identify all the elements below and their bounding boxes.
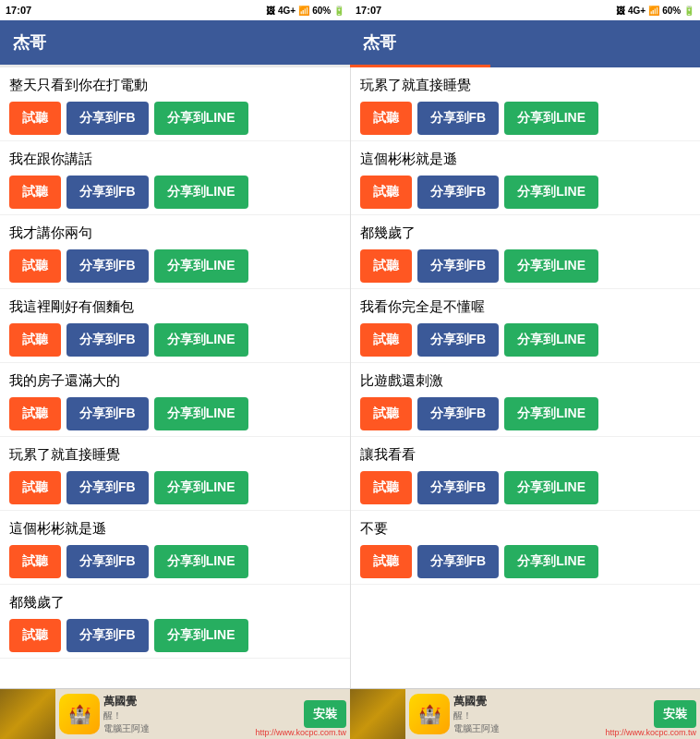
camera-icon-r: 🖼	[616, 6, 625, 16]
share-line-button[interactable]: 分享到LINE	[154, 323, 248, 357]
listen-button[interactable]: 試聽	[9, 102, 61, 135]
listen-button[interactable]: 試聽	[360, 323, 412, 357]
listen-button[interactable]: 試聽	[9, 619, 61, 652]
ad-install-left[interactable]: 安裝	[304, 700, 346, 728]
share-line-button[interactable]: 分享到LINE	[504, 471, 598, 504]
right-song-item: 比遊戲還刺激 試聽 分享到FB 分享到LINE	[351, 363, 701, 437]
song-title: 比遊戲還刺激	[360, 372, 692, 390]
ad-sub-right: 醒！	[453, 709, 650, 722]
signal-icon: 4G+	[278, 6, 296, 16]
song-title: 我才講你兩句	[9, 224, 341, 242]
song-buttons: 試聽 分享到FB 分享到LINE	[360, 323, 692, 357]
ad-image-left	[0, 689, 55, 740]
share-fb-button[interactable]: 分享到FB	[66, 397, 149, 430]
listen-button[interactable]: 試聽	[360, 249, 412, 283]
share-fb-button[interactable]: 分享到FB	[417, 249, 500, 283]
listen-button[interactable]: 試聽	[360, 176, 412, 209]
left-panel: 整天只看到你在打電動 試聽 分享到FB 分享到LINE 我在跟你講話 試聽 分享…	[0, 67, 351, 688]
song-buttons: 試聽 分享到FB 分享到LINE	[360, 545, 692, 578]
share-fb-button[interactable]: 分享到FB	[417, 176, 500, 209]
ad-sub-left: 醒！	[103, 709, 300, 722]
share-fb-button[interactable]: 分享到FB	[417, 397, 500, 430]
share-line-button[interactable]: 分享到LINE	[154, 249, 248, 283]
status-bar: 17:07 🖼 4G+ 📶 60% 🔋 17:07 🖼 4G+ 📶 60% 🔋	[0, 0, 700, 20]
song-buttons: 試聽 分享到FB 分享到LINE	[9, 397, 341, 430]
share-fb-button[interactable]: 分享到FB	[417, 471, 500, 504]
song-title: 讓我看看	[360, 446, 692, 464]
song-title: 我在跟你講話	[9, 151, 341, 168]
battery-right: 60% 🔋	[662, 6, 694, 16]
share-fb-button[interactable]: 分享到FB	[66, 249, 149, 283]
ad-title-left: 萬國覺	[103, 694, 300, 709]
signal-icon-r: 4G+	[628, 6, 646, 16]
share-fb-button[interactable]: 分享到FB	[417, 102, 500, 135]
listen-button[interactable]: 試聽	[360, 545, 412, 578]
listen-button[interactable]: 試聽	[360, 471, 412, 504]
share-line-button[interactable]: 分享到LINE	[154, 619, 248, 652]
ad-icon-right: 🏰	[409, 694, 450, 734]
listen-button[interactable]: 試聽	[360, 397, 412, 430]
share-line-button[interactable]: 分享到LINE	[154, 102, 248, 135]
song-title: 不要	[360, 520, 692, 538]
share-line-button[interactable]: 分享到LINE	[154, 471, 248, 504]
right-panel: 玩累了就直接睡覺 試聽 分享到FB 分享到LINE 這個彬彬就是遜 試聽 分享到…	[351, 67, 701, 688]
song-title: 我這裡剛好有個麵包	[9, 298, 341, 316]
left-song-item: 都幾歲了 試聽 分享到FB 分享到LINE	[0, 585, 350, 659]
song-buttons: 試聽 分享到FB 分享到LINE	[360, 102, 692, 135]
song-buttons: 試聽 分享到FB 分享到LINE	[360, 176, 692, 209]
ad-install-right[interactable]: 安裝	[654, 700, 696, 728]
battery-left: 60% 🔋	[312, 6, 344, 16]
share-fb-button[interactable]: 分享到FB	[66, 619, 149, 652]
song-buttons: 試聽 分享到FB 分享到LINE	[9, 323, 341, 357]
song-buttons: 試聽 分享到FB 分享到LINE	[360, 397, 692, 430]
listen-button[interactable]: 試聽	[9, 397, 61, 430]
status-bar-right: 17:07 🖼 4G+ 📶 60% 🔋	[350, 0, 700, 20]
right-song-item: 這個彬彬就是遜 試聽 分享到FB 分享到LINE	[351, 141, 701, 215]
song-title: 玩累了就直接睡覺	[360, 77, 692, 94]
app-header-right: 杰哥	[350, 20, 700, 65]
song-title: 這個彬彬就是遜	[360, 151, 692, 168]
share-line-button[interactable]: 分享到LINE	[504, 102, 598, 135]
share-fb-button[interactable]: 分享到FB	[66, 471, 149, 504]
app-header-left: 杰哥	[0, 20, 350, 65]
share-fb-button[interactable]: 分享到FB	[417, 323, 500, 357]
song-buttons: 試聽 分享到FB 分享到LINE	[9, 471, 341, 504]
song-buttons: 試聽 分享到FB 分享到LINE	[9, 102, 341, 135]
song-buttons: 試聽 分享到FB 分享到LINE	[9, 249, 341, 283]
share-fb-button[interactable]: 分享到FB	[66, 545, 149, 578]
listen-button[interactable]: 試聽	[9, 249, 61, 283]
share-fb-button[interactable]: 分享到FB	[66, 102, 149, 135]
share-line-button[interactable]: 分享到LINE	[154, 397, 248, 430]
listen-button[interactable]: 試聽	[9, 323, 61, 357]
status-bar-left: 17:07 🖼 4G+ 📶 60% 🔋	[0, 0, 350, 20]
ad-title-right: 萬國覺	[453, 694, 650, 709]
listen-button[interactable]: 試聽	[360, 102, 412, 135]
status-icons-left: 🖼 4G+ 📶 60% 🔋	[266, 6, 344, 16]
listen-button[interactable]: 試聽	[9, 176, 61, 209]
song-buttons: 試聽 分享到FB 分享到LINE	[9, 176, 341, 209]
ad-url-left: http://www.kocpc.com.tw	[255, 728, 346, 737]
share-fb-button[interactable]: 分享到FB	[66, 176, 149, 209]
share-fb-button[interactable]: 分享到FB	[66, 323, 149, 357]
share-line-button[interactable]: 分享到LINE	[504, 397, 598, 430]
song-title: 玩累了就直接睡覺	[9, 446, 341, 464]
ad-left: 🏰 萬國覺 醒！ 電腦王阿達 安裝 http://www.kocpc.com.t…	[0, 688, 350, 739]
share-line-button[interactable]: 分享到LINE	[154, 176, 248, 209]
song-buttons: 試聽 分享到FB 分享到LINE	[9, 619, 341, 652]
listen-button[interactable]: 試聽	[9, 471, 61, 504]
listen-button[interactable]: 試聽	[9, 545, 61, 578]
ad-right: 🏰 萬國覺 醒！ 電腦王阿達 安裝 http://www.kocpc.com.t…	[350, 688, 700, 739]
song-title: 都幾歲了	[360, 224, 692, 242]
app-title-left: 杰哥	[13, 31, 46, 54]
wifi-icon-r: 📶	[648, 6, 659, 16]
share-line-button[interactable]: 分享到LINE	[504, 545, 598, 578]
song-title: 我的房子還滿大的	[9, 372, 341, 390]
share-line-button[interactable]: 分享到LINE	[504, 249, 598, 283]
share-line-button[interactable]: 分享到LINE	[154, 545, 248, 578]
app-title-right: 杰哥	[363, 31, 396, 54]
share-fb-button[interactable]: 分享到FB	[417, 545, 500, 578]
left-song-item: 我在跟你講話 試聽 分享到FB 分享到LINE	[0, 141, 350, 215]
left-song-item: 我的房子還滿大的 試聽 分享到FB 分享到LINE	[0, 363, 350, 437]
share-line-button[interactable]: 分享到LINE	[504, 323, 598, 357]
share-line-button[interactable]: 分享到LINE	[504, 176, 598, 209]
